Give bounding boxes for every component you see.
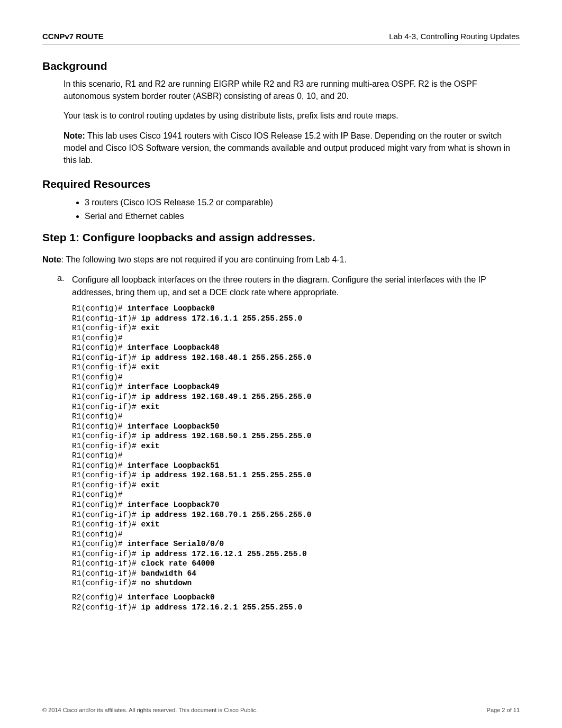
code-block-r1: R1(config)# interface Loopback0R1(config… <box>72 304 520 588</box>
code-block-r2: R2(config)# interface Loopback0R2(config… <box>72 593 520 612</box>
substep-text: Configure all loopback interfaces on the… <box>72 274 520 300</box>
background-note: Note: This lab uses Cisco 1941 routers w… <box>64 130 520 167</box>
footer-copyright: © 2014 Cisco and/or its affiliates. All … <box>42 707 258 713</box>
header-left: CCNPv7 ROUTE <box>42 32 104 41</box>
step1-note-text: : The following two steps are not requir… <box>61 255 347 264</box>
note-label: Note: <box>64 131 85 140</box>
header-right: Lab 4-3, Controlling Routing Updates <box>389 32 520 41</box>
substep-letter: a. <box>57 274 72 300</box>
note-text: This lab uses Cisco 1941 routers with Ci… <box>64 131 510 165</box>
background-heading: Background <box>42 60 520 72</box>
footer: © 2014 Cisco and/or its affiliates. All … <box>42 707 520 713</box>
step1-note: Note: The following two steps are not re… <box>42 253 520 266</box>
step1-note-label: Note <box>42 255 61 264</box>
resources-heading: Required Resources <box>42 178 520 190</box>
resources-list: 3 routers (Cisco IOS Release 15.2 or com… <box>74 196 520 223</box>
background-p2: Your task is to control routing updates … <box>64 110 520 122</box>
resource-item: 3 routers (Cisco IOS Release 15.2 or com… <box>85 196 520 210</box>
resource-item: Serial and Ethernet cables <box>85 210 520 223</box>
substep-a: a. Configure all loopback interfaces on … <box>57 274 520 300</box>
step1-heading: Step 1: Configure loopbacks and assign a… <box>42 231 520 244</box>
header: CCNPv7 ROUTE Lab 4-3, Controlling Routin… <box>42 32 520 45</box>
footer-page: Page 2 of 11 <box>487 707 520 713</box>
background-p1: In this scenario, R1 and R2 are running … <box>64 78 520 102</box>
